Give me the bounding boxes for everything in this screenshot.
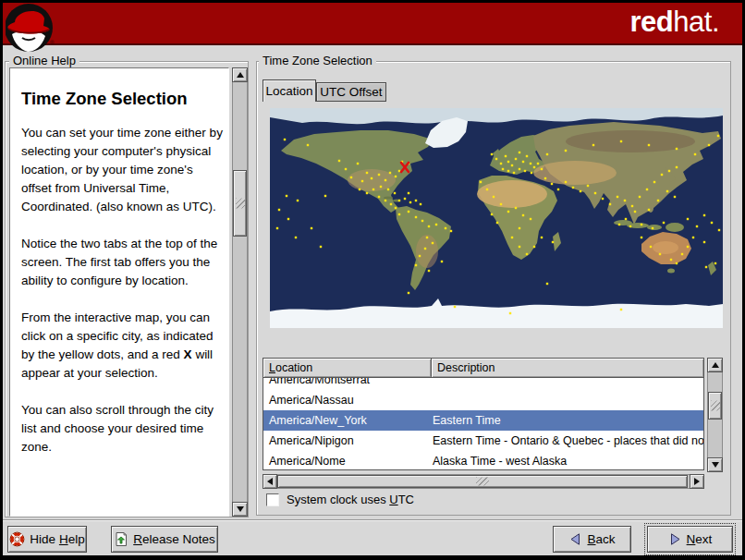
help-paragraph-2: Notice the two tabs at the top of the sc… [21, 235, 223, 290]
world-map[interactable] [270, 108, 723, 328]
system-clock-utc-option: System clock uses UTC [266, 493, 414, 506]
redhat-shadowman-icon: ® [6, 3, 55, 53]
cell-location: America/Nipigon [263, 434, 426, 447]
timezone-selection-frame: Time Zone Selection Location UTC Offset [256, 61, 731, 516]
back-rest: ack [596, 532, 616, 546]
list-scroll-down-button[interactable] [707, 457, 723, 472]
release-notes-rest: elease Notes [142, 532, 215, 546]
location-header-mnemonic: L [269, 361, 275, 374]
list-scroll-left-button[interactable] [263, 474, 277, 489]
wordmark-period: . [712, 6, 719, 38]
wordmark-hat: hat [673, 6, 712, 38]
installer-window: ® redhat. Online Help Time Zone Selectio… [0, 0, 745, 560]
utc-checkbox[interactable] [266, 493, 279, 506]
next-button[interactable]: Next [647, 526, 733, 553]
back-arrow-icon [568, 532, 582, 546]
description-header-label: Description [437, 361, 495, 374]
cell-description: Alaska Time - west Alaska [426, 455, 703, 468]
cell-location: America/Nassau [263, 394, 426, 407]
hide-help-pre: Hide [30, 532, 59, 546]
utc-checkbox-label[interactable]: System clock uses UTC [287, 493, 414, 506]
utc-label-mnemonic: U [389, 493, 397, 506]
help-text-panel: Time Zone Selection You can set your tim… [9, 67, 229, 517]
life-preserver-icon [9, 531, 25, 547]
cell-description: Eastern Time [426, 414, 703, 427]
help-scroll-down-button[interactable] [232, 502, 248, 517]
wordmark-red: red [630, 6, 674, 38]
redhat-wordmark: redhat. [630, 6, 719, 39]
list-item-nassau[interactable]: America/Nassau [263, 390, 703, 410]
cell-description: Eastern Time - Ontario & Quebec - places… [426, 434, 703, 447]
online-help-frame: Online Help Time Zone Selection You can … [5, 61, 249, 517]
utc-label-rest: TC [398, 493, 414, 506]
column-header-description[interactable]: Description [431, 358, 704, 378]
tab-location[interactable]: Location [263, 79, 316, 102]
column-header-location[interactable]: Location [263, 358, 432, 378]
utc-label-pre: System clock uses [287, 493, 389, 506]
cell-location: America/Nome [263, 455, 426, 468]
arrow-left-icon [267, 478, 273, 485]
cell-location: America/New_York [263, 414, 426, 427]
next-arrow-icon [668, 532, 682, 546]
list-scroll-up-button[interactable] [707, 358, 723, 372]
hide-help-mnemonic: H [59, 532, 68, 546]
help-paragraph-1: You can set your time zone either by sel… [21, 124, 223, 216]
release-notes-icon [114, 531, 128, 547]
list-item-nome[interactable]: America/Nome Alaska Time - west Alaska [263, 451, 703, 470]
help-paragraph-3: From the interactive map, you can click … [21, 309, 223, 383]
thumb-grip-icon [711, 401, 720, 411]
help-title: Time Zone Selection [21, 89, 223, 109]
help-paragraph-4: You can also scroll through the city lis… [21, 401, 223, 457]
list-vertical-scrollbar[interactable] [707, 358, 723, 472]
help-scroll-up-button[interactable] [232, 67, 248, 82]
hide-help-rest: elp [68, 532, 85, 546]
arrow-up-icon [237, 72, 244, 78]
arrow-up-icon [712, 362, 719, 368]
list-item-new-york-selected[interactable]: America/New_York Eastern Time [263, 410, 703, 431]
cell-location: America/Montserrat [263, 378, 426, 386]
next-rest: ext [695, 532, 712, 546]
arrow-down-icon [237, 506, 244, 512]
list-vscrollbar-thumb[interactable] [708, 392, 722, 420]
thumb-grip-icon [236, 199, 245, 209]
list-item-montserrat[interactable]: America/Montserrat [263, 378, 703, 390]
thumb-grip-icon [476, 478, 489, 486]
tab-utc-offset[interactable]: UTC Offset [316, 82, 386, 102]
release-notes-mnemonic: R [133, 532, 142, 546]
hide-help-button[interactable]: Hide Help [7, 526, 87, 553]
back-button[interactable]: Back [553, 526, 631, 553]
help-paragraph-3-x: X [184, 347, 192, 361]
list-scroll-right-button[interactable] [690, 474, 704, 489]
timezone-frame-label: Time Zone Selection [259, 54, 376, 68]
arrow-right-icon [694, 478, 700, 485]
timezone-list[interactable]: America/Montserrat America/Nassau Americ… [263, 378, 704, 470]
svg-text:®: ® [50, 40, 55, 45]
footer-divider [3, 519, 742, 521]
online-help-frame-label: Online Help [9, 54, 79, 68]
help-scrollbar[interactable] [232, 67, 248, 517]
list-horizontal-scrollbar[interactable] [263, 474, 704, 489]
help-scrollbar-thumb[interactable] [233, 170, 247, 237]
next-mnemonic: N [687, 532, 696, 546]
list-item-nipigon[interactable]: America/Nipigon Eastern Time - Ontario &… [263, 431, 703, 451]
back-mnemonic: B [587, 532, 595, 546]
list-hscrollbar-thumb[interactable] [277, 475, 688, 488]
location-header-rest: ocation [275, 361, 312, 374]
release-notes-button[interactable]: Release Notes [111, 526, 218, 553]
arrow-down-icon [712, 462, 719, 468]
